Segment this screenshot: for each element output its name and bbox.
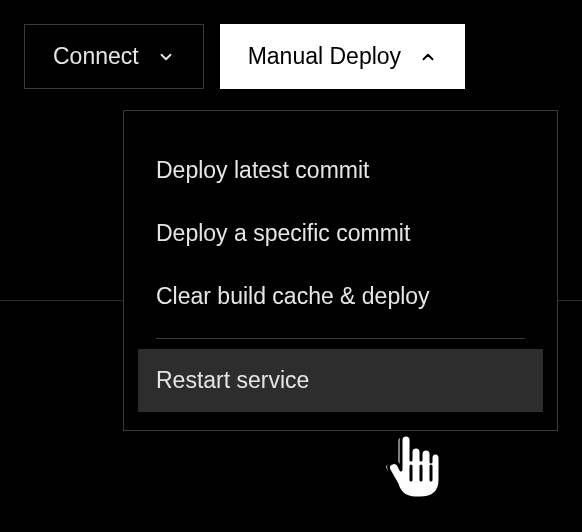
- menu-item-deploy-latest[interactable]: Deploy latest commit: [124, 139, 557, 202]
- chevron-down-icon: [157, 48, 175, 66]
- menu-item-label: Clear build cache & deploy: [156, 283, 430, 309]
- cursor-pointer-icon: [385, 432, 445, 508]
- connect-button[interactable]: Connect: [24, 24, 204, 89]
- manual-deploy-menu: Deploy latest commit Deploy a specific c…: [123, 110, 558, 431]
- menu-item-label: Deploy latest commit: [156, 157, 369, 183]
- manual-deploy-button[interactable]: Manual Deploy: [220, 24, 465, 89]
- menu-item-label: Deploy a specific commit: [156, 220, 410, 246]
- menu-item-label: Restart service: [156, 367, 309, 393]
- menu-divider: [156, 338, 525, 339]
- connect-button-label: Connect: [53, 43, 139, 70]
- menu-item-clear-cache-deploy[interactable]: Clear build cache & deploy: [124, 265, 557, 328]
- menu-item-deploy-specific[interactable]: Deploy a specific commit: [124, 202, 557, 265]
- manual-deploy-button-label: Manual Deploy: [248, 43, 401, 70]
- menu-item-restart-service[interactable]: Restart service: [138, 349, 543, 412]
- chevron-up-icon: [419, 48, 437, 66]
